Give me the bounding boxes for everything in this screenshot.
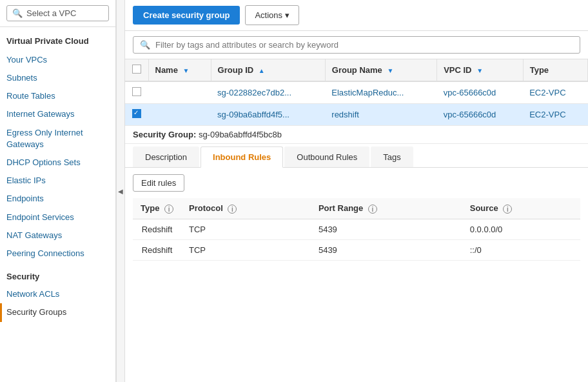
row1-group-id: sg-09ba6abffd4f5... [211, 104, 325, 126]
sidebar-item-endpoint-services[interactable]: Endpoint Services [0, 208, 115, 226]
sidebar: 🔍 Select a VPC Virtual Private Cloud You… [0, 0, 116, 382]
table-row[interactable]: sg-09ba6abffd4f5... redshift vpc-65666c0… [125, 104, 588, 126]
tab-tags[interactable]: Tags [371, 146, 413, 167]
row1-checkbox[interactable] [132, 109, 141, 118]
collapse-handle[interactable]: ◀ [116, 0, 125, 382]
rule0-source: 0.0.0.0/0 [462, 219, 580, 239]
rth-type: Type i [133, 198, 181, 219]
row1-vpc-id: vpc-65666c0d [437, 104, 524, 126]
group-id-sort-icon: ▲ [259, 67, 265, 74]
toolbar: Create security group Actions ▾ [125, 0, 588, 31]
tab-inbound-rules[interactable]: Inbound Rules [201, 146, 283, 168]
sidebar-item-your-vpcs[interactable]: Your VPCs [0, 51, 115, 69]
inbound-rules-table: Type i Protocol i Port Range i Source i [133, 198, 580, 261]
filter-search-icon: 🔍 [140, 40, 150, 50]
vpc-select-area: 🔍 Select a VPC [0, 0, 115, 27]
sg-table-wrap: Name ▼ Group ID ▲ Group Name ▼ VPC ID ▼ [125, 59, 588, 126]
sg-label-value: sg-09ba6abffd4f5bc8b [199, 130, 282, 139]
filter-input[interactable] [155, 40, 573, 50]
row0-checkbox[interactable] [132, 87, 141, 96]
tab-description[interactable]: Description [133, 146, 199, 167]
row0-type: EC2-VPC [523, 81, 587, 104]
sidebar-item-peering[interactable]: Peering Connections [0, 245, 115, 263]
filter-input-wrap: 🔍 [133, 36, 580, 54]
rule1-type: Redshift [133, 239, 181, 260]
port-info-icon[interactable]: i [368, 205, 377, 214]
rule1-port: 5439 [311, 239, 462, 260]
th-checkbox [125, 59, 148, 81]
rth-protocol: Protocol i [181, 198, 311, 219]
sidebar-item-endpoints[interactable]: Endpoints [0, 190, 115, 208]
group-name-sort-icon: ▼ [387, 67, 393, 74]
table-row[interactable]: sg-022882ec7db2... ElasticMapReduc... vp… [125, 81, 588, 104]
sidebar-item-egress-gateways[interactable]: Egress Only Internet Gateways [0, 124, 115, 154]
row0-vpc-id: vpc-65666c0d [437, 81, 524, 104]
sidebar-item-dhcp[interactable]: DHCP Options Sets [0, 154, 115, 172]
row0-checkbox-cell[interactable] [125, 81, 148, 104]
rule0-port: 5439 [311, 219, 462, 239]
type-info-icon[interactable]: i [164, 205, 173, 214]
edit-rules-button[interactable]: Edit rules [133, 174, 184, 192]
name-sort-icon: ▼ [183, 67, 190, 74]
sg-table: Name ▼ Group ID ▲ Group Name ▼ VPC ID ▼ [125, 59, 588, 126]
search-icon: 🔍 [12, 8, 23, 18]
source-info-icon[interactable]: i [503, 205, 512, 214]
th-group-id[interactable]: Group ID ▲ [211, 59, 325, 81]
row1-checkbox-cell[interactable] [125, 104, 148, 126]
actions-button[interactable]: Actions ▾ [245, 5, 299, 25]
vpc-select-dropdown[interactable]: 🔍 Select a VPC [6, 5, 109, 21]
filter-bar: 🔍 [125, 31, 588, 59]
sidebar-item-route-tables[interactable]: Route Tables [0, 87, 115, 105]
row1-name [148, 104, 211, 126]
rules-header-row: Type i Protocol i Port Range i Source i [133, 198, 580, 219]
rule1-source: ::/0 [462, 239, 580, 260]
actions-arrow-icon: ▾ [285, 10, 289, 20]
th-type: Type [523, 59, 587, 81]
row1-type: EC2-VPC [523, 104, 587, 126]
th-name[interactable]: Name ▼ [148, 59, 211, 81]
th-vpc-id[interactable]: VPC ID ▼ [437, 59, 524, 81]
sidebar-item-subnets[interactable]: Subnets [0, 69, 115, 87]
actions-label: Actions [255, 10, 282, 20]
sidebar-item-security-groups[interactable]: Security Groups [0, 303, 115, 321]
vpc-id-sort-icon: ▼ [476, 67, 483, 74]
tabs-bar: Description Inbound Rules Outbound Rules… [125, 144, 588, 168]
select-all-checkbox[interactable] [132, 65, 141, 74]
tab-outbound-rules[interactable]: Outbound Rules [284, 146, 369, 167]
sidebar-item-internet-gateways[interactable]: Internet Gateways [0, 105, 115, 123]
sidebar-item-elastic-ips[interactable]: Elastic IPs [0, 172, 115, 190]
inbound-rules-section: Edit rules Type i Protocol i Port Range … [125, 168, 588, 382]
row0-group-id: sg-022882ec7db2... [211, 81, 325, 104]
rule-row: Redshift TCP 5439 ::/0 [133, 239, 580, 260]
rule0-protocol: TCP [181, 219, 311, 239]
row0-group-name: ElasticMapReduc... [325, 81, 436, 104]
table-header-row: Name ▼ Group ID ▲ Group Name ▼ VPC ID ▼ [125, 59, 588, 81]
sidebar-section-security: Security [0, 263, 115, 285]
protocol-info-icon[interactable]: i [228, 205, 237, 214]
rule1-protocol: TCP [181, 239, 311, 260]
row1-group-name: redshift [325, 104, 436, 126]
rth-source: Source i [462, 198, 580, 219]
sidebar-section-vpc: Virtual Private Cloud [0, 27, 115, 51]
rule-row: Redshift TCP 5439 0.0.0.0/0 [133, 219, 580, 239]
th-group-name[interactable]: Group Name ▼ [325, 59, 436, 81]
sidebar-item-network-acls[interactable]: Network ACLs [0, 285, 115, 303]
sg-label-prefix: Security Group: [133, 130, 196, 139]
sg-label-bar: Security Group: sg-09ba6abffd4f5bc8b [125, 126, 588, 144]
vpc-select-placeholder: Select a VPC [26, 8, 76, 18]
sidebar-item-nat-gateways[interactable]: NAT Gateways [0, 226, 115, 245]
rule0-type: Redshift [133, 219, 181, 239]
create-security-group-button[interactable]: Create security group [133, 6, 240, 25]
rth-port-range: Port Range i [311, 198, 462, 219]
row0-name [148, 81, 211, 104]
main-content: Create security group Actions ▾ 🔍 Name ▼ [125, 0, 588, 382]
